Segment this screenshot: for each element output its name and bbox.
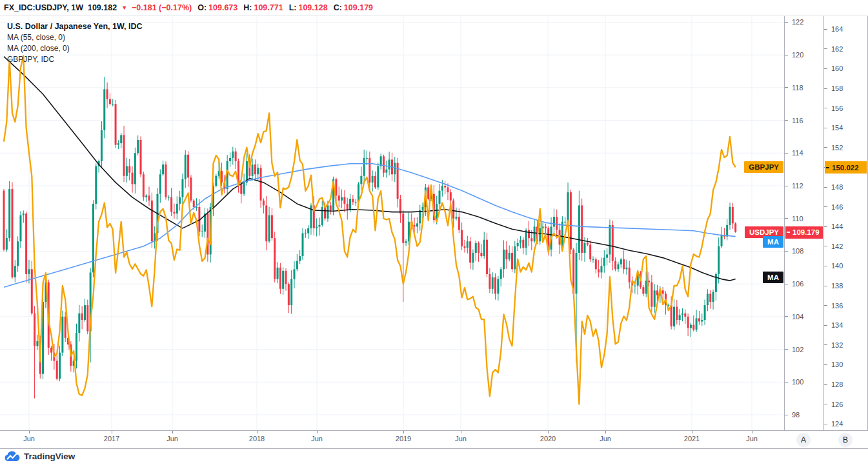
close-value: 109.179 (344, 3, 373, 12)
high-label: H: (243, 3, 252, 12)
price-scale-b[interactable]: 150.022 16416216015815615415215014814614… (823, 16, 868, 430)
time-tick-label: Jun (311, 435, 323, 442)
time-tick-label: Jun (23, 435, 35, 442)
price-tick-label: 102 (785, 345, 803, 354)
price-tick-label: 144 (824, 222, 843, 231)
close-label: C: (334, 3, 342, 12)
legend-symbol[interactable]: U.S. Dollar / Japanese Yen, 1W, IDC (7, 21, 143, 32)
price-tick-label: 148 (824, 183, 843, 192)
grid (0, 16, 784, 430)
time-tick-label: Jun (167, 435, 178, 442)
price-tick-label: 116 (785, 116, 803, 125)
price-scale-a-button[interactable]: A (796, 433, 811, 447)
last-price: 109.182 (88, 3, 117, 12)
high-value: 109.771 (254, 3, 283, 12)
time-tick-label: 2021 (684, 435, 700, 442)
open-label: O: (197, 3, 207, 12)
gbpjpy-last-price-label: 150.022 (825, 161, 867, 174)
price-tick-label: 112 (785, 181, 803, 190)
price-tick-label: 118 (785, 83, 803, 92)
time-tick-label: Jun (746, 435, 758, 442)
time-tick-mark (112, 431, 112, 433)
price-tick-label: 126 (824, 400, 843, 409)
price-scale-b-button[interactable]: B (838, 433, 853, 447)
price-tick-label: 136 (824, 301, 843, 310)
price-tick-label: 120 (785, 50, 803, 59)
symbol-info-bar: FX_IDC:USDJPY, 1W 109.182 ▼ −0.181 (−0.1… (0, 0, 868, 16)
time-tick-label: Jun (455, 435, 467, 442)
symbol-title[interactable]: FX_IDC:USDJPY, 1W (4, 3, 83, 12)
time-tick-label: Jun (600, 435, 611, 442)
price-tick-label: 146 (824, 203, 843, 212)
footer: TradingView (0, 449, 868, 467)
time-tick-mark (548, 431, 549, 433)
price-tick-label: 98 (785, 410, 800, 419)
price-tick-label: 108 (785, 246, 803, 255)
price-tick-label: 104 (785, 312, 803, 321)
price-tick-label: 152 (824, 143, 843, 152)
ma55-badge: MA (763, 272, 783, 283)
price-scale-a[interactable]: 109.179 12212011811611411211010810610410… (784, 16, 823, 430)
legend-ma-55[interactable]: MA (55, close, 0) (7, 32, 143, 43)
gbpjpy-series-badge: GBPJPY (744, 161, 783, 173)
time-tick-label: 2018 (249, 435, 265, 442)
price-tick-label: 134 (824, 321, 843, 330)
low-value: 109.128 (298, 3, 327, 12)
price-tick-label: 114 (785, 148, 803, 157)
legend-gbpjpy[interactable]: GBPJPY, IDC (7, 54, 143, 65)
price-tick-label: 100 (785, 377, 803, 386)
tradingview-cloud-icon (5, 451, 20, 462)
price-change: −0.181 (−0.17%) (132, 3, 192, 12)
price-tick-dash (826, 167, 829, 168)
price-chart-canvas[interactable] (0, 16, 784, 430)
price-tick-label: 106 (785, 279, 803, 288)
time-tick-mark (172, 431, 173, 433)
price-tick-label: 138 (824, 281, 843, 290)
open-value: 109.673 (208, 3, 237, 12)
time-tick-mark (317, 431, 318, 433)
chart-legend: U.S. Dollar / Japanese Yen, 1W, IDC MA (… (7, 21, 143, 65)
price-tick-label: 158 (824, 84, 843, 93)
gbpjpy-line (4, 56, 736, 404)
ma200-badge: MA (763, 236, 783, 248)
low-label: L: (289, 3, 297, 12)
price-tick-label: 142 (824, 242, 843, 251)
price-tick-label: 124 (824, 419, 843, 428)
time-tick-mark (257, 431, 257, 433)
time-tick-mark (403, 431, 404, 433)
price-tick-label: 160 (824, 64, 843, 73)
time-tick-label: 2019 (396, 435, 411, 442)
tradingview-logo-text: TradingView (24, 452, 75, 461)
price-tick-label: 156 (824, 104, 843, 113)
price-tick-label: 162 (824, 45, 843, 54)
time-tick-mark (461, 431, 461, 433)
price-tick-label: 128 (824, 380, 843, 389)
time-tick-mark (605, 431, 606, 433)
price-tick-label: 122 (785, 17, 803, 26)
tradingview-logo[interactable]: TradingView (5, 451, 75, 462)
usdjpy-last-price-label: 109.179 (785, 226, 823, 239)
time-tick-mark (29, 431, 30, 433)
time-tick-label: 2017 (104, 435, 119, 442)
price-tick-label: 140 (824, 261, 843, 270)
chart-pane[interactable]: U.S. Dollar / Japanese Yen, 1W, IDC MA (… (0, 16, 784, 430)
time-axis[interactable]: A B Jun2017Jun2018Jun2019Jun2020Jun2021J… (0, 430, 868, 449)
time-tick-mark (692, 431, 692, 433)
price-tick-label: 110 (785, 214, 803, 223)
time-tick-label: 2020 (540, 435, 556, 442)
tradingview-chart-window: FX_IDC:USDJPY, 1W 109.182 ▼ −0.181 (−0.1… (0, 0, 868, 467)
price-tick-label: 130 (824, 360, 843, 369)
down-triangle-icon: ▼ (121, 5, 127, 11)
price-tick-dash (787, 232, 790, 233)
time-tick-mark (752, 431, 752, 433)
legend-ma-200[interactable]: MA (200, close, 0) (7, 43, 143, 54)
price-tick-label: 164 (824, 25, 843, 34)
price-tick-label: 132 (824, 341, 843, 350)
price-tick-label: 154 (824, 123, 843, 132)
